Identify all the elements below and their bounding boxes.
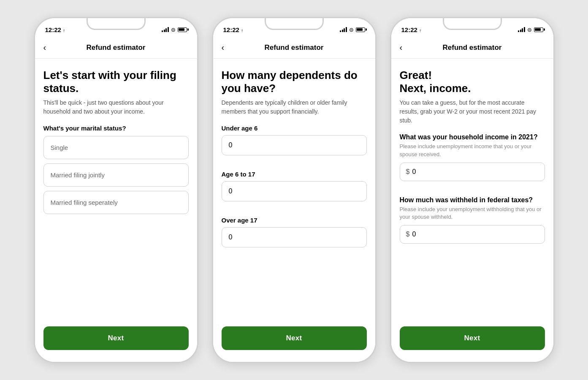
location-icon: ↑ [63,28,65,33]
back-button-3[interactable]: ‹ [400,43,403,52]
dep-6to17: Age 6 to 17 [222,171,367,201]
battery-icon-3 [534,27,543,32]
battery-icon-2 [356,27,365,32]
page-subtext-1: This'll be quick - just two questions ab… [43,98,189,116]
wifi-icon-3: ⊜ [527,27,532,33]
status-time-3: 12:22 ↑ [401,26,422,33]
signal-icon-2 [340,27,347,32]
status-time-1: 12:22 ↑ [45,26,65,33]
next-button-3[interactable]: Next [400,326,545,350]
intro-section-3: Great! Next, income. You can take a gues… [400,69,545,125]
income-section-2: How much was withheld in federal taxes? … [400,196,545,244]
intro-section-2: How many dependents do you have? Depende… [222,69,367,116]
income-input-1[interactable] [412,168,538,176]
status-icons-1: ⊜ [162,27,187,33]
dep-label-over17: Over age 17 [222,217,367,224]
income-input-2[interactable] [412,231,538,238]
dep-input-under6[interactable] [222,135,367,155]
back-button-2[interactable]: ‹ [222,43,225,52]
nav-bar-2: ‹ Refund estimator [213,37,375,59]
signal-icon-1 [162,27,169,32]
battery-icon-1 [178,27,187,32]
nav-bar-3: ‹ Refund estimator [391,37,553,59]
content-2: How many dependents do you have? Depende… [213,59,375,320]
income-q2-label: How much was withheld in federal taxes? [400,196,545,204]
page-heading-1: Let's start with your filing status. [43,69,189,95]
income-input-2-wrap: $ [400,225,545,244]
status-icons-2: ⊜ [340,27,365,33]
dep-over17: Over age 17 [222,217,367,247]
phone-3: 12:22 ↑ ⊜ ‹ Refund estimator Great! Next… [390,17,555,363]
dollar-sign-1: $ [406,168,410,176]
bottom-area-1: Next [35,320,197,362]
content-1: Let's start with your filing status. Thi… [35,59,197,320]
next-button-1[interactable]: Next [43,326,189,350]
phone-2: 12:22 ↑ ⊜ ‹ Refund estimator How many de… [212,17,377,363]
dep-label-6to17: Age 6 to 17 [222,171,367,178]
page-subtext-2: Dependents are typically children or old… [222,98,367,116]
option-married-jointly[interactable]: Married filing jointly [43,163,189,187]
page-subtext-3: You can take a guess, but for the most a… [400,98,545,125]
nav-title-2: Refund estimator [265,43,324,52]
income-q1-label: What was your household income in 2021? [400,133,545,141]
intro-section-1: Let's start with your filing status. Thi… [43,69,189,116]
marital-section: What's your marital status? Single Marri… [43,125,189,214]
phone-notch-3 [443,18,502,30]
back-button-1[interactable]: ‹ [43,43,46,52]
dep-input-6to17[interactable] [222,181,367,201]
nav-title-3: Refund estimator [443,43,502,52]
content-3: Great! Next, income. You can take a gues… [391,59,553,320]
option-married-separately[interactable]: Married filing seperately [43,191,189,214]
status-icons-3: ⊜ [518,27,543,33]
dep-input-over17[interactable] [222,227,367,247]
wifi-icon-2: ⊜ [349,27,354,33]
marital-label: What's your marital status? [43,125,189,132]
status-time-2: 12:22 ↑ [223,26,244,33]
nav-title-1: Refund estimator [87,43,146,52]
next-button-2[interactable]: Next [222,326,367,350]
dep-under6: Under age 6 [222,125,367,155]
location-icon-2: ↑ [241,28,244,33]
page-heading-2: How many dependents do you have? [222,69,367,95]
location-icon-3: ↑ [419,28,422,33]
income-q2-subtext: Please include your unemployment withhol… [400,206,545,221]
page-heading-3: Great! Next, income. [400,69,545,95]
marital-options: Single Married filing jointly Married fi… [43,136,189,214]
dollar-sign-2: $ [406,231,410,238]
nav-bar-1: ‹ Refund estimator [35,37,197,59]
signal-icon-3 [518,27,525,32]
bottom-area-2: Next [213,320,375,362]
bottom-area-3: Next [391,320,553,362]
wifi-icon-1: ⊜ [171,27,176,33]
dep-label-under6: Under age 6 [222,125,367,132]
phone-notch-1 [87,18,146,30]
income-section-1: What was your household income in 2021? … [400,133,545,181]
phone-1: 12:22 ↑ ⊜ ‹ Refund estimator Let's start… [34,17,198,363]
option-single[interactable]: Single [43,136,189,159]
income-q1-subtext: Please include unemployment income that … [400,143,545,158]
income-input-1-wrap: $ [400,163,545,181]
phone-notch-2 [265,18,324,30]
